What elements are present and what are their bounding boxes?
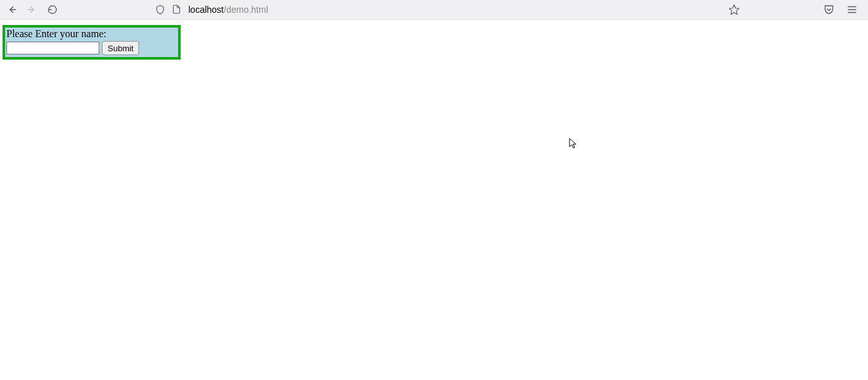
url-text: localhost/demo.html — [188, 4, 268, 15]
nav-buttons — [5, 3, 59, 16]
name-form-label: Please Enter your name: — [6, 28, 177, 40]
cursor-icon — [569, 138, 578, 149]
page-content: Please Enter your name: Submit — [0, 20, 868, 60]
menu-icon[interactable] — [846, 4, 858, 15]
address-icons — [155, 4, 182, 15]
form-row: Submit — [6, 41, 177, 55]
reload-button[interactable] — [46, 3, 59, 16]
page-icon[interactable] — [172, 4, 182, 15]
shield-icon[interactable] — [155, 4, 165, 15]
name-input[interactable] — [6, 42, 99, 54]
browser-toolbar: localhost/demo.html — [0, 0, 868, 20]
toolbar-right — [823, 4, 858, 15]
url-host: localhost — [188, 4, 224, 15]
back-button[interactable] — [5, 3, 18, 16]
bookmark-star-icon[interactable] — [728, 4, 740, 15]
svg-marker-2 — [730, 5, 739, 15]
pocket-icon[interactable] — [823, 4, 835, 15]
submit-button[interactable]: Submit — [102, 41, 139, 55]
name-form: Please Enter your name: Submit — [3, 25, 181, 60]
address-bar[interactable]: localhost/demo.html — [149, 1, 746, 18]
url-path: /demo.html — [224, 4, 268, 15]
forward-button[interactable] — [26, 3, 38, 16]
